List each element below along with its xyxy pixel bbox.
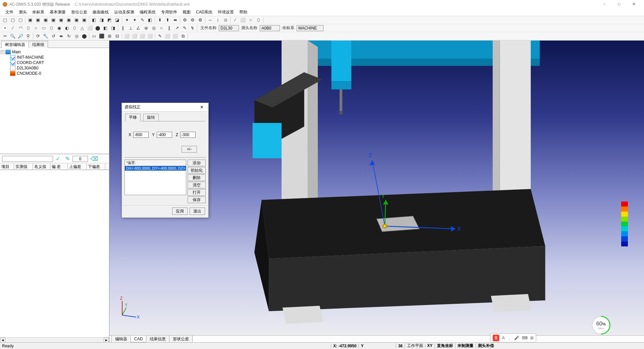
tree-view[interactable]: − Main INIT-MACHINE COORD-CART D2L30A0B0… bbox=[0, 48, 109, 153]
close-button[interactable]: ✕ bbox=[627, 0, 641, 9]
ime-keyboard-icon[interactable]: ⌨ bbox=[522, 336, 528, 340]
ime-item[interactable]: ， bbox=[507, 335, 511, 341]
menu-测头[interactable]: 测头 bbox=[16, 9, 30, 16]
ime-mic-icon[interactable]: 🎤 bbox=[514, 336, 519, 340]
side-btn-2[interactable]: 删除 bbox=[188, 174, 206, 181]
offset-item[interactable]: DX=-800.0000, DY=-400.0000, DZ=-300.00 bbox=[125, 166, 186, 171]
toolbar-button[interactable]: ▣ bbox=[34, 17, 42, 23]
check-icon[interactable]: ✓ bbox=[56, 156, 60, 162]
side-btn-1[interactable]: 初始化 bbox=[188, 167, 206, 174]
toolbar-button[interactable]: ⧉ bbox=[179, 33, 187, 40]
toolbar-button[interactable]: ◧ bbox=[102, 25, 109, 32]
toolbar-button[interactable]: ◩ bbox=[106, 17, 113, 23]
toolbar-button[interactable]: ↔ bbox=[206, 17, 214, 23]
menu-坐标系[interactable]: 坐标系 bbox=[30, 9, 47, 16]
toolbar-button[interactable]: ✦ bbox=[131, 17, 138, 23]
maximize-button[interactable]: □ bbox=[612, 0, 627, 9]
toolbar-button[interactable]: ↗ bbox=[173, 25, 181, 32]
hdr-nominal[interactable]: 名义值 bbox=[33, 163, 50, 170]
apply-button[interactable]: 应用 bbox=[172, 208, 188, 215]
dlg-tab-translate[interactable]: 平移 bbox=[125, 114, 141, 121]
result-table-body[interactable] bbox=[0, 170, 109, 337]
toolbar-button[interactable]: ∕ bbox=[232, 17, 239, 23]
dialog-titlebar[interactable]: 虚拟找正 ✕ bbox=[122, 103, 208, 112]
btab-cad[interactable]: CAD bbox=[131, 336, 146, 342]
toolbar-button[interactable]: 🔎 bbox=[17, 33, 24, 40]
tree-item[interactable]: COORD-CART bbox=[1, 60, 108, 65]
toolbar-button[interactable]: ◨ bbox=[98, 17, 105, 23]
tree-item[interactable]: D2L30A0B0 bbox=[1, 65, 108, 71]
toolbar-button[interactable]: 🔍 bbox=[9, 33, 16, 40]
exit-button[interactable]: 退出 bbox=[190, 208, 205, 215]
virtual-align-dialog[interactable]: 虚拟找正 ✕ 平移 旋转 X Y Z +/- *偏置: DX=-800.0000… bbox=[121, 103, 209, 218]
toolbar-button[interactable]: ▣ bbox=[50, 17, 57, 23]
toolbar-button[interactable]: ⬯ bbox=[48, 25, 55, 32]
toolbar-button[interactable]: ⟳ bbox=[34, 33, 42, 40]
menu-视图[interactable]: 视图 bbox=[180, 9, 193, 16]
toolbar-button[interactable]: ▣ bbox=[65, 17, 72, 23]
menu-曲面曲线[interactable]: 曲面曲线 bbox=[90, 9, 111, 16]
toolbar-button[interactable]: ▣ bbox=[57, 17, 65, 23]
btab-result-info[interactable]: 结果信息 bbox=[146, 336, 169, 343]
y-input[interactable] bbox=[157, 132, 172, 138]
result-search-input[interactable] bbox=[2, 156, 53, 162]
menu-文件[interactable]: 文件 bbox=[3, 9, 16, 16]
toolbar-button[interactable]: ▣ bbox=[81, 17, 88, 23]
toolbar-button[interactable]: ⬜ bbox=[123, 33, 131, 40]
side-btn-4[interactable]: 打开 bbox=[188, 189, 206, 196]
toolbar-button[interactable]: ⚲ bbox=[24, 33, 32, 40]
toolbar-button[interactable]: ✂ bbox=[1, 33, 9, 40]
side-btn-5[interactable]: 保存 bbox=[188, 196, 206, 203]
toolbar-button[interactable]: ◐ bbox=[63, 25, 70, 32]
offset-list[interactable]: *偏置: DX=-800.0000, DY=-400.0000, DZ=-300… bbox=[125, 160, 186, 195]
toolbar-button[interactable]: ⬯ bbox=[24, 25, 32, 32]
z-input[interactable] bbox=[180, 132, 196, 138]
toolbar-button[interactable]: ◧ bbox=[90, 17, 98, 23]
toolbar-button[interactable]: ◠ bbox=[17, 25, 24, 32]
tab-result-group[interactable]: 结果组 bbox=[29, 41, 48, 48]
x-input[interactable] bbox=[133, 132, 149, 138]
toolbar-button[interactable]: ∥ bbox=[119, 25, 127, 32]
tab-tree-editor[interactable]: 树形编辑器 bbox=[1, 41, 29, 48]
toolbar-button[interactable]: ↕ bbox=[214, 17, 221, 23]
toolbar-button[interactable]: ↻ bbox=[65, 33, 72, 40]
toolbar-button[interactable]: ✎ bbox=[139, 17, 146, 23]
toolbar-button[interactable]: ○ bbox=[158, 25, 165, 32]
toolbar-button[interactable]: ◎ bbox=[150, 25, 157, 32]
toolbar-button[interactable]: ⊞ bbox=[106, 33, 113, 40]
toolbar-button[interactable]: ⚙ bbox=[189, 17, 196, 23]
toolbar-button[interactable]: ⊕ bbox=[142, 25, 150, 32]
toolbar-button[interactable]: ∠ bbox=[135, 25, 142, 32]
dlg-tab-rotate[interactable]: 旋转 bbox=[143, 114, 159, 121]
toolbar-button[interactable]: ◉ bbox=[55, 25, 63, 32]
ime-toolbar[interactable]: S A ， 🎤 ⌨ ⊞ bbox=[490, 334, 536, 342]
menu-基本测量[interactable]: 基本测量 bbox=[47, 9, 68, 16]
toolbar-button[interactable]: ⬌ bbox=[171, 17, 179, 23]
side-btn-0[interactable]: 添加 bbox=[188, 160, 206, 166]
toolbar-button[interactable]: ⬜ bbox=[139, 33, 146, 40]
toolbar-button[interactable]: ▢ bbox=[17, 17, 24, 23]
toolbar-button[interactable]: ⊙ bbox=[222, 17, 229, 23]
toolbar-button[interactable]: ∕ bbox=[9, 25, 16, 32]
tree-item[interactable]: INIT-MACHINE bbox=[1, 55, 108, 60]
hdr-item[interactable]: 项目 bbox=[0, 163, 14, 170]
toolbar-button[interactable]: ○ bbox=[32, 25, 40, 32]
toolbar-button[interactable]: ⬤ bbox=[94, 25, 101, 32]
toolbar-button[interactable]: ⬛ bbox=[98, 33, 105, 40]
toolbar-button[interactable]: ⬯ bbox=[255, 17, 262, 23]
probename-input[interactable] bbox=[260, 25, 280, 31]
magic-icon[interactable]: ✎ bbox=[65, 156, 70, 162]
toolbar-button[interactable]: ▢ bbox=[1, 17, 9, 23]
hdr-actual[interactable]: 实测值 bbox=[14, 163, 33, 170]
minimize-button[interactable]: − bbox=[597, 0, 612, 9]
toolbar-button[interactable]: ⬭ bbox=[40, 25, 47, 32]
toolbar-button[interactable]: ○ bbox=[247, 17, 254, 23]
side-btn-3[interactable]: 清空 bbox=[188, 182, 206, 188]
toolbar-button[interactable]: ⬌ bbox=[57, 33, 65, 40]
menu-帮助[interactable]: 帮助 bbox=[237, 9, 250, 16]
toolbar-button[interactable]: • bbox=[1, 25, 9, 32]
toolbar-button[interactable]: ↯ bbox=[189, 25, 196, 32]
toolbar-button[interactable]: ⬜ bbox=[86, 25, 94, 32]
scroll-track[interactable] bbox=[5, 338, 104, 343]
toolbar-button[interactable]: ▣ bbox=[42, 17, 49, 23]
